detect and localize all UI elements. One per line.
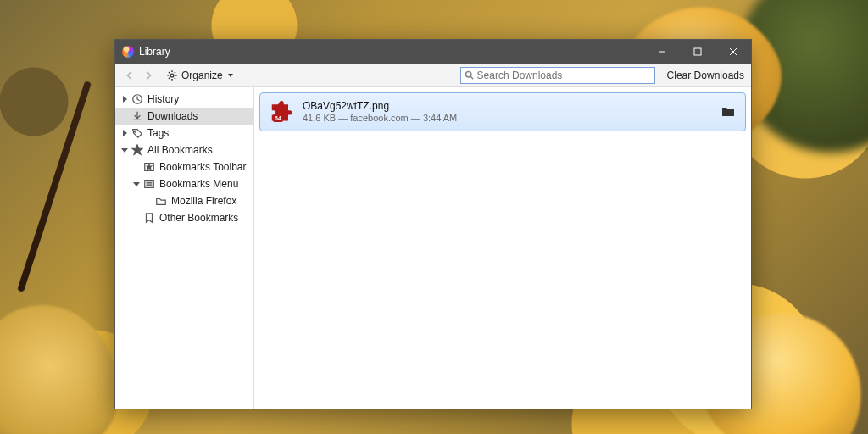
download-filename: OBaVg52wtTZ.png [303, 100, 457, 112]
sidebar-item-label: History [147, 93, 179, 105]
sidebar-item-label: Downloads [147, 110, 198, 122]
sidebar-item-bookmarks-menu[interactable]: Bookmarks Menu [115, 175, 253, 192]
organize-menu[interactable]: Organize [163, 68, 236, 83]
window-title: Library [139, 46, 170, 58]
download-icon [131, 109, 144, 123]
sidebar-item-tags[interactable]: Tags [115, 125, 253, 142]
search-input[interactable] [477, 70, 651, 81]
show-in-folder-button[interactable] [721, 105, 735, 120]
titlebar[interactable]: Library [115, 40, 751, 64]
list-icon [142, 177, 156, 191]
organize-label: Organize [181, 70, 223, 81]
svg-marker-19 [147, 164, 151, 169]
sidebar-item-bookmarks-toolbar[interactable]: Bookmarks Toolbar [115, 159, 253, 175]
tag-icon [131, 126, 144, 140]
sidebar-item-label: All Bookmarks [147, 144, 213, 156]
gear-icon [166, 70, 178, 81]
sidebar-item-all-bookmarks[interactable]: All Bookmarks [115, 142, 253, 159]
chevron-right-icon [120, 96, 129, 103]
nav-forward-button[interactable] [141, 68, 156, 83]
sidebar-item-mozilla-firefox[interactable]: Mozilla Firefox [115, 192, 253, 209]
chevron-down-icon [132, 181, 141, 187]
sidebar-item-label: Tags [147, 127, 169, 139]
download-meta: 41.6 KB — facebook.com — 3:44 AM [303, 112, 457, 124]
star-icon [131, 143, 144, 157]
toolbar: Organize Clear Downloads [115, 64, 751, 87]
clock-icon [131, 92, 144, 106]
sidebar-item-history[interactable]: History [115, 91, 253, 108]
svg-line-11 [470, 76, 473, 79]
svg-line-6 [169, 71, 170, 72]
search-icon [465, 70, 474, 80]
svg-point-10 [465, 72, 470, 77]
bookmark-icon [142, 211, 156, 225]
svg-line-9 [169, 77, 170, 78]
sidebar-item-label: Bookmarks Menu [159, 178, 238, 190]
firefox-icon [122, 46, 134, 58]
chevron-down-icon [228, 74, 233, 77]
close-button[interactable] [715, 40, 751, 64]
maximize-button[interactable] [680, 40, 715, 64]
svg-marker-17 [132, 145, 142, 154]
svg-marker-16 [121, 148, 128, 153]
svg-line-8 [175, 71, 175, 72]
clear-downloads-button[interactable]: Clear Downloads [667, 70, 744, 81]
chevron-right-icon [120, 130, 129, 136]
svg-line-7 [175, 77, 175, 78]
minimize-button[interactable] [644, 40, 680, 64]
chevron-down-icon [120, 147, 129, 153]
window-controls [644, 40, 751, 64]
search-downloads-field[interactable] [460, 67, 655, 84]
folder-icon [154, 194, 168, 208]
sidebar-item-label: Other Bookmarks [159, 212, 238, 224]
download-item[interactable]: 64 OBaVg52wtTZ.png 41.6 KB — facebook.co… [259, 92, 746, 131]
download-file-icon: 64 [270, 100, 294, 124]
downloads-panel: 64 OBaVg52wtTZ.png 41.6 KB — facebook.co… [254, 87, 751, 409]
svg-marker-12 [123, 96, 127, 103]
sidebar: History Downloads Tags All Bookmarks [115, 87, 254, 409]
svg-rect-0 [694, 48, 701, 55]
svg-point-1 [170, 74, 174, 77]
sidebar-item-label: Bookmarks Toolbar [159, 161, 247, 173]
svg-marker-20 [133, 182, 140, 186]
bit-badge: 64 [273, 114, 283, 122]
toolbar-icon [142, 160, 156, 174]
svg-marker-14 [123, 130, 127, 136]
library-window: Library Organize Clear Downloads History [114, 39, 752, 409]
nav-back-button[interactable] [122, 68, 137, 83]
svg-point-15 [135, 131, 136, 132]
sidebar-item-other-bookmarks[interactable]: Other Bookmarks [115, 209, 253, 226]
sidebar-item-label: Mozilla Firefox [171, 195, 236, 207]
sidebar-item-downloads[interactable]: Downloads [115, 108, 253, 125]
